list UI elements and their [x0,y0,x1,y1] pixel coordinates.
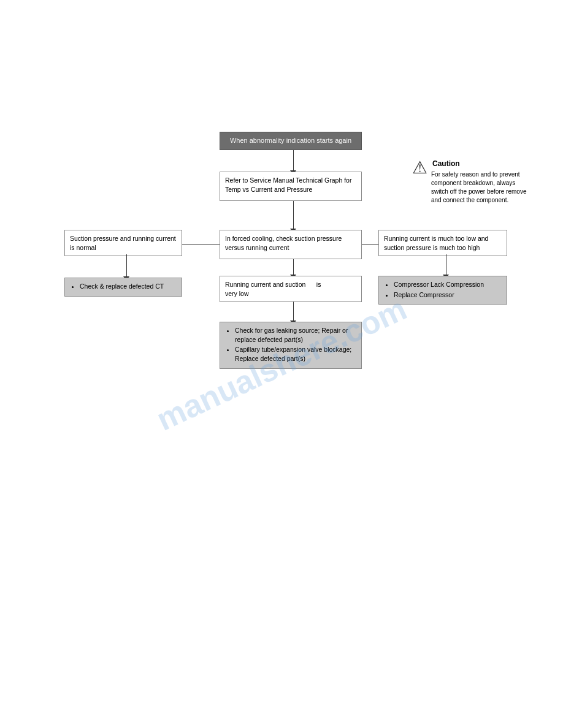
arrow-running-to-compressor [443,254,449,279]
caution-icon: ⚠ [412,159,427,176]
caution-area: ⚠ Caution For safety reason and to preve… [412,159,547,205]
compressor-box: Compressor Lack Compression Replace Comp… [378,276,507,305]
gas-leak-list: Check for gas leaking source; Repair or … [225,326,356,363]
gas-leak-box: Check for gas leaking source; Repair or … [220,322,362,369]
forced-cooling-box: In forced cooling, check suction pressur… [220,230,362,259]
arrow-refer-to-forced [290,201,296,233]
check-ct-list: Check & replace defected CT [70,282,177,291]
diagram-container: manualshere.com When abnormality indicat… [0,0,563,728]
caution-text: For safety reason and to prevent compone… [431,170,529,205]
compressor-list: Compressor Lack Compression Replace Comp… [384,280,502,299]
caution-label: Caution [432,159,460,168]
check-ct-box: Check & replace defected CT [64,278,182,297]
refer-box: Refer to Service Manual Technical Graph … [220,172,362,201]
arrow-start-to-refer [290,150,296,175]
suction-normal-box: Suction pressure and running current is … [64,230,182,256]
running-low-box: Running current and suction isvery low [220,276,362,302]
running-high-box: Running current is much too low and suct… [378,230,507,256]
arrow-suction-to-ct [123,254,129,281]
arrow-right-line [362,245,378,245]
start-box: When abnormality indication starts again [220,132,362,150]
